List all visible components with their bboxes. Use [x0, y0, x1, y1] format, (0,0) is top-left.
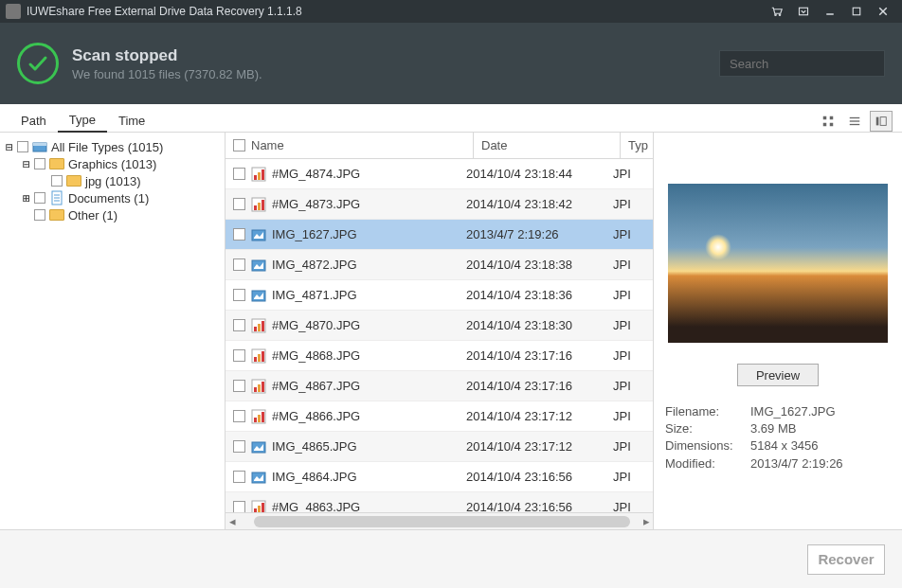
meta-filename-label: Filename: [665, 403, 750, 420]
table-row[interactable]: IMG_4865.JPG2014/10/4 23:17:12JPI [226, 432, 653, 462]
status-header: Scan stopped We found 1015 files (7370.8… [0, 23, 902, 104]
title-bar: IUWEshare Free External Drive Data Recov… [0, 0, 902, 23]
tree-expander-icon[interactable] [38, 174, 49, 188]
svg-rect-16 [876, 117, 879, 126]
table-row[interactable]: #MG_4863.JPG2014/10/4 23:16:56JPI [226, 492, 653, 512]
table-row[interactable]: #MG_4867.JPG2014/10/4 23:17:16JPI [226, 371, 653, 401]
drive-icon [32, 140, 47, 153]
table-row[interactable]: IMG_4871.JPG2014/10/4 23:18:36JPI [226, 280, 653, 311]
horizontal-scrollbar[interactable]: ◂▸ [226, 512, 653, 529]
tree-checkbox[interactable] [34, 209, 45, 221]
tab-path[interactable]: Path [9, 110, 58, 132]
tab-type[interactable]: Type [58, 109, 107, 133]
file-name: IMG_4865.JPG [270, 439, 466, 454]
tree-node[interactable]: ⊟All File Types (1015) [4, 138, 221, 155]
row-checkbox[interactable] [233, 198, 245, 210]
cart-icon[interactable] [764, 0, 790, 23]
file-type: JPI [613, 348, 645, 363]
col-name[interactable]: Name [226, 133, 474, 158]
row-checkbox[interactable] [233, 289, 245, 301]
tree-expander-icon[interactable]: ⊟ [21, 157, 32, 171]
row-checkbox[interactable] [233, 168, 245, 180]
scan-status-title: Scan stopped [72, 46, 719, 65]
bottom-bar: Recover [0, 529, 902, 588]
table-row[interactable]: #MG_4874.JPG2014/10/4 23:18:44JPI [226, 159, 653, 189]
file-date: 2014/10/4 23:17:16 [466, 379, 613, 393]
row-checkbox[interactable] [233, 228, 245, 241]
table-row[interactable]: IMG_1627.JPG2013/4/7 2:19:26JPI [226, 220, 653, 250]
meta-size: 3.69 MB [750, 420, 796, 437]
col-type[interactable]: Typ [621, 133, 653, 158]
file-state-icon [251, 470, 266, 485]
view-grid-button[interactable] [817, 111, 839, 132]
row-checkbox[interactable] [233, 319, 245, 331]
svg-rect-45 [262, 351, 264, 362]
file-metadata: Filename:IMG_1627.JPG Size:3.69 MB Dimen… [665, 403, 891, 472]
tree-node[interactable]: ⊞Documents (1) [4, 189, 221, 206]
file-date: 2014/10/4 23:18:42 [466, 197, 613, 211]
maximize-button[interactable] [843, 0, 870, 23]
table-row[interactable]: IMG_4872.JPG2014/10/4 23:18:38JPI [226, 250, 653, 280]
select-all-checkbox[interactable] [233, 139, 245, 151]
recover-button[interactable]: Recover [807, 544, 885, 575]
table-row[interactable]: #MG_4868.JPG2014/10/4 23:17:16JPI [226, 341, 653, 371]
tree-expander-icon[interactable]: ⊞ [21, 191, 32, 205]
tree-checkbox[interactable] [17, 141, 28, 152]
file-date: 2014/10/4 23:16:56 [466, 500, 613, 512]
row-checkbox[interactable] [233, 501, 245, 512]
file-type: JPI [613, 439, 645, 454]
tree-checkbox[interactable] [34, 192, 45, 204]
svg-rect-61 [262, 503, 264, 513]
tree-pane: ⊟All File Types (1015)⊟Graphics (1013) j… [0, 133, 226, 529]
minimize-button[interactable] [817, 0, 843, 23]
row-checkbox[interactable] [233, 258, 245, 271]
file-name: #MG_4873.JPG [270, 197, 466, 211]
tab-time[interactable]: Time [107, 110, 156, 132]
close-button[interactable] [870, 0, 896, 23]
svg-rect-19 [33, 143, 46, 146]
file-state-icon [251, 439, 266, 454]
file-date: 2014/10/4 23:18:30 [466, 318, 613, 332]
table-row[interactable]: IMG_4864.JPG2014/10/4 23:16:56JPI [226, 462, 653, 492]
tree-node[interactable]: ⊟Graphics (1013) [4, 155, 221, 172]
preview-button[interactable]: Preview [737, 364, 819, 386]
search-input[interactable] [728, 56, 891, 72]
svg-rect-44 [258, 354, 261, 362]
file-date: 2014/10/4 23:18:44 [466, 167, 613, 181]
tree-expander-icon[interactable] [21, 208, 32, 223]
file-state-icon [251, 500, 266, 513]
col-date[interactable]: Date [474, 133, 621, 158]
row-checkbox[interactable] [233, 471, 245, 483]
row-checkbox[interactable] [233, 349, 245, 362]
row-checkbox[interactable] [233, 380, 245, 392]
file-name: IMG_4872.JPG [270, 258, 466, 272]
row-checkbox[interactable] [233, 440, 245, 453]
table-row[interactable]: #MG_4873.JPG2014/10/4 23:18:42JPI [226, 189, 653, 220]
file-name: #MG_4874.JPG [270, 167, 466, 181]
view-detail-button[interactable] [870, 111, 893, 132]
tree-label: jpg (1013) [85, 174, 141, 188]
file-list-pane: Name Date Typ #MG_4874.JPG2014/10/4 23:1… [226, 133, 654, 529]
view-list-button[interactable] [843, 111, 866, 132]
meta-modified-label: Modified: [665, 455, 750, 472]
file-name: IMG_4871.JPG [270, 288, 466, 302]
search-box[interactable] [719, 50, 885, 77]
file-date: 2014/10/4 23:18:36 [466, 288, 613, 302]
svg-rect-26 [258, 172, 261, 180]
tree-checkbox[interactable] [34, 158, 45, 169]
tree-node[interactable]: jpg (1013) [4, 172, 221, 189]
tree-checkbox[interactable] [51, 175, 63, 187]
svg-point-0 [775, 14, 777, 16]
file-type: JPI [613, 167, 645, 181]
tree-expander-icon[interactable]: ⊟ [4, 140, 15, 154]
preview-pane: Preview Filename:IMG_1627.JPG Size:3.69 … [654, 133, 902, 529]
row-checkbox[interactable] [233, 410, 245, 422]
file-state-icon [251, 409, 266, 424]
svg-rect-47 [254, 387, 257, 392]
file-name: IMG_4864.JPG [270, 470, 466, 484]
window-icon[interactable] [790, 0, 817, 23]
tree-node[interactable]: Other (1) [4, 206, 221, 223]
table-row[interactable]: #MG_4866.JPG2014/10/4 23:17:12JPI [226, 401, 653, 432]
table-row[interactable]: #MG_4870.JPG2014/10/4 23:18:30JPI [226, 311, 653, 341]
svg-rect-41 [262, 321, 264, 331]
